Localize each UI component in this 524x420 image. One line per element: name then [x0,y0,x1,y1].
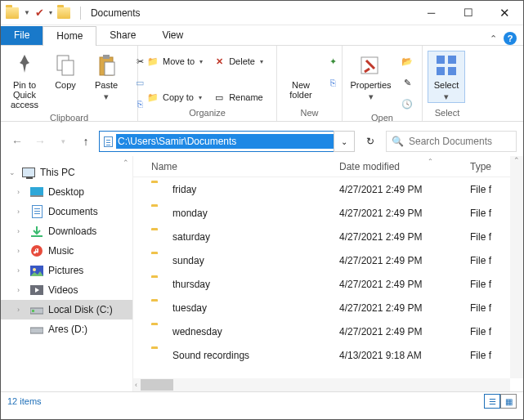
drive-icon [30,303,43,316]
open-button[interactable]: 📂 [397,52,417,70]
refresh-button[interactable]: ↻ [358,131,383,152]
divider [80,7,81,20]
svg-rect-3 [103,55,110,59]
copy-to-button[interactable]: 📁Copy to [143,88,206,106]
easy-access-button[interactable]: ⎘ [323,74,343,92]
collapse-ribbon-icon[interactable]: ⌃ [490,34,497,44]
vertical-scrollbar[interactable]: ⌃ [510,156,523,378]
copy-to-icon: 📁 [146,91,159,104]
svg-rect-11 [30,195,43,197]
tab-file[interactable]: File [1,26,43,45]
window-title: Documents [91,7,141,19]
help-icon[interactable]: ? [504,32,517,45]
address-input[interactable] [116,134,334,149]
svg-rect-4 [105,62,114,75]
properties-button[interactable]: Properties ▾ [347,51,394,103]
svg-rect-7 [448,56,456,64]
group-label: Clipboard [6,113,132,124]
desktop-icon [30,185,43,199]
file-row[interactable]: friday4/27/2021 2:49 PMFile f [133,177,523,201]
history-button[interactable]: 🕓 [397,95,417,113]
tree-item-music[interactable]: ›Music [1,241,132,261]
edit-icon: ✎ [401,76,414,89]
edit-button[interactable]: ✎ [397,74,417,92]
paste-icon [93,52,119,78]
tree-local-disk[interactable]: › Local Disk (C:) [1,300,132,319]
tab-view[interactable]: View [149,26,196,45]
file-row[interactable]: sunday4/27/2021 2:49 PMFile f [133,248,523,272]
nav-tree[interactable]: ⌃ ⌄ This PC ›Desktop›Documents›Downloads… [1,156,133,391]
move-to-button[interactable]: 📁Move to [143,52,206,70]
rename-button[interactable]: ▭Rename [209,88,266,106]
details-view-button[interactable]: ☰ [484,394,500,409]
horizontal-scrollbar[interactable]: ‹ [133,378,510,391]
folder-icon [151,230,166,244]
maximize-button[interactable]: ☐ [450,1,486,25]
folder-icon [151,349,166,362]
col-date[interactable]: Date modified⌃ [339,161,470,172]
forward-button[interactable]: → [30,132,50,151]
address-dropdown[interactable]: ⌄ [334,131,355,152]
copy-button[interactable]: Copy [47,51,84,92]
file-list[interactable]: Name Date modified⌃ Type friday4/27/2021… [133,156,523,391]
minimize-button[interactable]: ─ [413,1,450,25]
properties-icon [358,52,384,78]
downloads-icon [30,225,43,238]
large-icons-view-button[interactable]: ▦ [500,394,517,409]
check-icon[interactable]: ✔ [35,7,44,19]
tree-item-downloads[interactable]: ›Downloads [1,221,132,241]
easy-access-icon: ⎘ [326,76,339,89]
tab-share[interactable]: Share [96,26,149,45]
folder-icon [151,183,166,196]
file-row[interactable]: tuesday4/27/2021 2:49 PMFile f [133,296,523,319]
svg-rect-19 [30,328,43,333]
tab-home[interactable]: Home [43,26,96,46]
folder-icon [151,207,166,220]
ribbon: Pin to Quick access Copy Paste ▾ ✂ ▭ ⎘ [1,45,523,122]
tree-item-desktop[interactable]: ›Desktop [1,182,132,202]
delete-button[interactable]: ✕Delete [209,52,266,70]
move-icon: 📁 [146,55,159,68]
search-input[interactable] [409,136,511,147]
list-header: Name Date modified⌃ Type [133,156,523,177]
dropdown-icon[interactable]: ▾ [49,9,52,16]
location-icon [100,136,116,147]
close-button[interactable]: ✕ [486,1,523,25]
file-row[interactable]: saturday4/27/2021 2:49 PMFile f [133,225,523,248]
svg-rect-9 [448,67,456,75]
pc-icon [22,166,35,179]
music-icon [30,244,43,257]
dropdown-icon[interactable]: ▼ [24,9,30,16]
scroll-thumb[interactable] [141,379,173,391]
folder-icon [57,7,70,19]
tree-item-videos[interactable]: ›Videos [1,280,132,300]
svg-rect-8 [437,67,445,75]
file-row[interactable]: monday4/27/2021 2:49 PMFile f [133,201,523,225]
address-bar[interactable]: ⌄ [99,131,355,152]
pin-to-quick-access-button[interactable]: Pin to Quick access [6,51,43,111]
group-label: New [282,108,337,119]
up-button[interactable]: ↑ [76,132,96,151]
scroll-up-icon[interactable]: ⌃ [119,156,132,169]
folder-icon [151,325,166,338]
svg-rect-1 [62,60,74,75]
delete-icon: ✕ [213,55,226,68]
tree-item-pictures[interactable]: ›Pictures [1,261,132,280]
recent-locations-button[interactable]: ▾ [53,132,73,151]
file-row[interactable]: thursday4/27/2021 2:49 PMFile f [133,272,523,296]
col-name[interactable]: Name [151,161,339,172]
new-folder-button[interactable]: New folder [282,51,320,101]
select-button[interactable]: Select ▾ [428,51,465,103]
open-icon: 📂 [401,55,414,68]
group-label: Select [428,108,467,119]
tree-ares[interactable]: Ares (D:) [1,319,132,339]
tree-item-documents[interactable]: ›Documents [1,202,132,221]
paste-button[interactable]: Paste ▾ [87,51,125,103]
group-label: Open [347,113,417,124]
file-row[interactable]: wednesday4/27/2021 2:49 PMFile f [133,319,523,343]
new-item-button[interactable]: ✦ [323,52,343,70]
file-row[interactable]: Sound recordings4/13/2021 9:18 AMFile f [133,343,523,367]
tree-this-pc[interactable]: ⌄ This PC [1,163,132,182]
back-button[interactable]: ← [7,132,27,151]
search-box[interactable]: 🔍 [386,131,517,152]
